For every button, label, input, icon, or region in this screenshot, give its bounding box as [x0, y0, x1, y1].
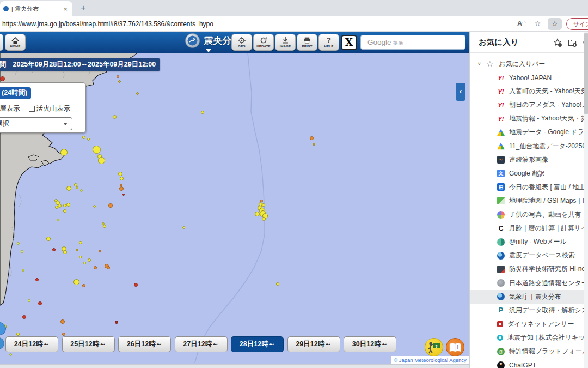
- favorite-item[interactable]: ~連続波形画像: [470, 153, 584, 167]
- quake-dot[interactable]: [103, 225, 106, 228]
- date-button-6[interactable]: 29日12時～: [287, 336, 340, 352]
- quake-dot[interactable]: [310, 136, 314, 140]
- favorites-hub-icon[interactable]: ☆: [548, 18, 562, 30]
- quake-dot[interactable]: [16, 333, 20, 336]
- quake-dot[interactable]: [108, 203, 113, 208]
- favorite-item[interactable]: C月齢｜暦の計算｜計算サイト: [470, 221, 584, 235]
- update-button[interactable]: UPDATE: [253, 34, 274, 51]
- favorite-item[interactable]: Y!入善町の天気 - Yahoo!天気・災害: [470, 85, 584, 98]
- quake-dot[interactable]: [122, 194, 125, 196]
- quake-dot[interactable]: [66, 186, 71, 191]
- quake-dot[interactable]: [94, 266, 97, 269]
- quake-dot[interactable]: [115, 321, 118, 324]
- quake-dot[interactable]: [21, 250, 23, 253]
- favorite-item[interactable]: 文Google 翻訳: [470, 167, 584, 180]
- quake-dot[interactable]: [182, 226, 185, 229]
- new-tab-button[interactable]: +: [77, 2, 90, 15]
- quake-dot[interactable]: [136, 92, 139, 95]
- quake-dot[interactable]: [201, 111, 204, 114]
- quake-dot[interactable]: [98, 157, 105, 164]
- quake-dot[interactable]: [79, 256, 82, 258]
- sidebar-collapse-button[interactable]: ‹: [456, 83, 465, 101]
- quake-dot[interactable]: [93, 205, 96, 208]
- date-button-1[interactable]: 24日12時～: [5, 336, 58, 352]
- quake-dot[interactable]: [74, 279, 79, 285]
- favorite-item[interactable]: 地理院地図 / GSI Maps｜国土地理院: [470, 194, 584, 208]
- quake-dot[interactable]: [55, 206, 58, 209]
- title-dropdown-caret-icon[interactable]: [206, 49, 211, 52]
- explanation-button[interactable]: ?: [425, 338, 443, 357]
- x-twitter-button[interactable]: X: [341, 35, 357, 50]
- latest-24h-button[interactable]: (24時間): [0, 87, 31, 99]
- favorite-item[interactable]: @nifty - Webメール: [470, 235, 584, 249]
- favorite-item[interactable]: 地震予知 | 株式会社リキッド・デザ: [470, 331, 584, 345]
- quake-dot[interactable]: [82, 136, 85, 139]
- quake-dot[interactable]: [93, 146, 101, 154]
- favorite-item[interactable]: ダイワネットアンサー: [470, 317, 584, 331]
- quake-dot[interactable]: [35, 278, 39, 281]
- sidebar-scrollbar[interactable]: [584, 32, 588, 368]
- quake-dot[interactable]: [83, 262, 86, 264]
- quake-dot[interactable]: [38, 301, 42, 305]
- favorite-item[interactable]: Y!Yahoo! JAPAN: [470, 71, 584, 85]
- favorite-item[interactable]: 11_仙台地震データ-202507開設 - Go: [470, 140, 584, 153]
- gps-button[interactable]: GPS: [231, 34, 252, 51]
- quake-dot[interactable]: [9, 353, 12, 356]
- quake-dot[interactable]: [134, 283, 138, 287]
- quake-dot[interactable]: [255, 212, 260, 216]
- date-button-5[interactable]: 28日12時～: [231, 336, 284, 352]
- tab-close-icon[interactable]: ×: [62, 5, 69, 13]
- date-button-2[interactable]: 25日12時～: [62, 336, 115, 352]
- quake-dot[interactable]: [62, 333, 65, 336]
- quake-dot[interactable]: [63, 250, 67, 254]
- quake-dot[interactable]: [28, 299, 30, 302]
- quake-dot[interactable]: [260, 200, 263, 202]
- quake-dot[interactable]: [60, 149, 68, 156]
- quake-dot[interactable]: [120, 184, 122, 186]
- date-button-7[interactable]: 30日12時～: [344, 336, 396, 352]
- google-search-input[interactable]: Google 提供: [360, 35, 465, 50]
- favorite-item[interactable]: 震度データベース検索: [470, 249, 584, 262]
- quake-dot[interactable]: [118, 172, 122, 176]
- read-aloud-icon[interactable]: A⌒: [517, 20, 526, 27]
- quake-dot[interactable]: [120, 177, 124, 180]
- chevron-expand-icon[interactable]: ∨: [477, 61, 481, 67]
- volcano-checkbox[interactable]: [29, 106, 35, 112]
- quake-dot[interactable]: [63, 209, 66, 213]
- url-text[interactable]: https://www.jma.go.jp/bosai/map.html#8/3…: [2, 20, 213, 28]
- quake-dot[interactable]: [88, 258, 91, 262]
- date-button-3[interactable]: 26日12時～: [118, 336, 171, 352]
- quake-dot[interactable]: [276, 282, 279, 286]
- quake-dot[interactable]: [76, 186, 78, 189]
- print-button[interactable]: PRINT: [297, 34, 317, 51]
- quake-dot[interactable]: [22, 269, 24, 272]
- quake-dot[interactable]: [79, 241, 82, 244]
- quake-dot[interactable]: [17, 242, 20, 245]
- address-bar[interactable]: https://www.jma.go.jp/bosai/map.html#8/3…: [0, 16, 588, 32]
- quake-dot[interactable]: [118, 80, 121, 83]
- favorite-item[interactable]: ⊞今日の番組表 [ 富山 / 地上波 ] - Gガ: [470, 180, 584, 194]
- quake-dot[interactable]: [87, 138, 90, 141]
- favorites-bar-folder[interactable]: ∨ ☆ お気に入りバー: [470, 57, 588, 70]
- add-favorite-icon[interactable]: [553, 38, 562, 47]
- favorite-item[interactable]: *ChatGPT: [470, 358, 584, 368]
- quake-dot[interactable]: [262, 217, 266, 221]
- region-select-dropdown[interactable]: 選択: [0, 117, 72, 130]
- favorite-item[interactable]: 子供の写真、動画を共有・整理アプ: [470, 208, 584, 221]
- home-button[interactable]: HOME: [5, 34, 26, 51]
- favorite-star-icon[interactable]: ☆: [534, 19, 541, 28]
- scrollbar-thumb[interactable]: [584, 33, 588, 114]
- favorite-item[interactable]: Y!地震情報 - Yahoo!天気・災害: [470, 112, 584, 125]
- favorite-item[interactable]: 日本道路交通情報センター：JARTIC: [470, 276, 584, 290]
- manual-button[interactable]: i: [446, 338, 464, 357]
- favorite-item[interactable]: @特許情報プラットフォーム | J-PlatP: [470, 345, 584, 358]
- quake-dot[interactable]: [119, 186, 124, 191]
- favorite-item[interactable]: P汎用データ取得・解析システム(レコ: [470, 304, 584, 317]
- quake-dot[interactable]: [52, 248, 56, 251]
- quake-dot[interactable]: [0, 76, 5, 81]
- quake-dot[interactable]: [22, 315, 26, 319]
- signin-button[interactable]: サインイン: [566, 18, 588, 30]
- quake-dot[interactable]: [107, 266, 110, 269]
- quake-dot[interactable]: [99, 250, 101, 252]
- favorite-item[interactable]: 地震データ - Google ドライブ: [470, 125, 584, 139]
